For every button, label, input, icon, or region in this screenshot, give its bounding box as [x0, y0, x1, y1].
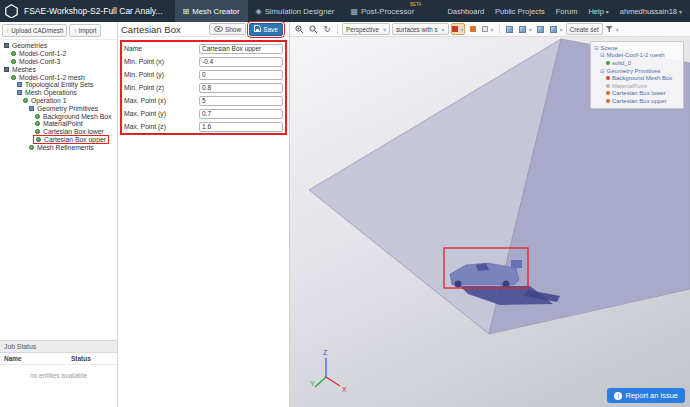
chevron-down-icon: ▾: [606, 9, 609, 15]
show-button[interactable]: Show: [209, 23, 246, 35]
tree-item-meshes[interactable]: Meshes: [0, 65, 117, 73]
tree-label: Cartesian Box upper: [44, 136, 106, 143]
geometry-icon: [4, 43, 9, 48]
collapse-icon[interactable]: ⊟: [600, 52, 605, 58]
projection-dropdown[interactable]: Perspective▾: [342, 23, 390, 35]
tree-item-materialpoint[interactable]: MaterialPoint: [0, 120, 117, 128]
tree-label: Geometries: [12, 42, 47, 49]
operations-icon: [17, 90, 22, 95]
scene-item-scene[interactable]: ⊟Scene: [593, 44, 681, 52]
chevron-down-icon: ▾: [491, 26, 494, 33]
3d-scene[interactable]: ⊟Scene ⊟Model-Conf-1-2 mesh solid_0 ⊟Geo…: [290, 37, 690, 407]
help-menu[interactable]: Help▾: [588, 7, 608, 16]
create-set-button[interactable]: Create set: [566, 23, 603, 35]
zoom-in-icon[interactable]: [293, 23, 305, 35]
tab-post-processor[interactable]: ▦ Post-Processor BETA: [342, 0, 422, 22]
tree-item-geometry-primitives[interactable]: Geometry Primitives: [0, 104, 117, 112]
form-row: Min. Point (y): [122, 68, 285, 81]
panel-title: Cartesian Box: [121, 24, 206, 35]
settings-panel: Cartesian Box Show Save Name Min. Point …: [118, 22, 290, 407]
dashboard-link[interactable]: Dashboard: [447, 7, 484, 16]
zoom-fit-icon[interactable]: [307, 23, 319, 35]
sphere-icon: [35, 129, 40, 134]
field-label: Max. Point (x): [124, 97, 199, 104]
refresh-icon[interactable]: ↻: [321, 23, 333, 35]
app-root: FSAE-Workshop-S2-Full Car Analy... ⊞ Mes…: [0, 0, 690, 407]
sphere-icon: [11, 59, 16, 64]
simulation-icon: ◈: [256, 7, 262, 16]
project-title: FSAE-Workshop-S2-Full Car Analy...: [24, 6, 163, 16]
scene-item-mesh[interactable]: ⊟Model-Conf-1-2 mesh: [593, 52, 681, 60]
axis-triad: Z Y X: [310, 347, 352, 395]
sphere-icon: [606, 61, 610, 65]
tab-label: Mesh Creator: [192, 7, 239, 16]
field-label: Max. Point (z): [124, 123, 199, 130]
sphere-icon: [36, 137, 41, 142]
max-point-y-field[interactable]: [199, 109, 283, 119]
tree-item-model-conf-1-2[interactable]: Model-Conf-1-2: [0, 50, 117, 58]
report-issue-button[interactable]: ! Report an issue: [607, 388, 685, 403]
field-label: Min. Point (z): [124, 84, 199, 91]
collapse-icon[interactable]: ⊟: [600, 68, 605, 74]
view-cube-side-icon[interactable]: [535, 23, 547, 35]
scene-item-materialpoint[interactable]: MaterialPoint: [593, 82, 681, 90]
min-point-x-field[interactable]: [199, 57, 283, 67]
surface-color-icon[interactable]: [467, 23, 479, 35]
tab-simulation-designer[interactable]: ◈ Simulation Designer: [248, 0, 343, 22]
view-cube-front-icon[interactable]: [504, 23, 516, 35]
background-color-icon[interactable]: ▾: [481, 23, 495, 35]
view-cube-top-icon[interactable]: ▾: [518, 23, 533, 35]
scene-item-background-mesh-box[interactable]: Background Mesh Box: [593, 74, 681, 82]
form-row: Max. Point (z): [122, 120, 285, 133]
chevron-down-icon: ▾: [560, 26, 563, 33]
tree-item-geometries[interactable]: Geometries: [0, 42, 117, 50]
tab-label: Post-Processor: [361, 7, 414, 16]
divider: [499, 24, 500, 34]
scene-item-solid-0[interactable]: solid_0: [593, 59, 681, 67]
tree-item-mesh-operations[interactable]: Mesh Operations: [0, 89, 117, 97]
collapse-icon[interactable]: ⊟: [594, 45, 599, 51]
tree-item-background-mesh-box[interactable]: Background Mesh Box: [0, 112, 117, 120]
form-row: Name: [122, 42, 285, 55]
x-axis-label: X: [342, 386, 347, 393]
max-point-x-field[interactable]: [199, 96, 283, 106]
highlight-color-icon[interactable]: ▾: [451, 23, 465, 35]
min-point-y-field[interactable]: [199, 70, 283, 80]
save-button[interactable]: Save: [249, 23, 283, 36]
tree-label: Geometry Primitives: [37, 105, 98, 112]
tree-item-operation-1[interactable]: Operation 1: [0, 97, 117, 105]
max-point-z-field[interactable]: [199, 122, 283, 132]
scene-item-cartesian-box-lower[interactable]: Cartesian Box lower: [593, 90, 681, 98]
scene-item-geometry-primitives[interactable]: ⊟Geometry Primitives: [593, 67, 681, 75]
import-button[interactable]: ↑ Import: [69, 24, 100, 37]
sphere-icon: [35, 114, 40, 119]
tree-item-model-conf-3[interactable]: Model-Conf-3: [0, 58, 117, 66]
job-status-empty: no entities available: [0, 365, 117, 379]
project-tree-sidebar: ↑ Upload CAD/mesh ↑ Import Geometries Mo…: [0, 22, 118, 407]
panel-header: Cartesian Box Show Save: [118, 22, 289, 37]
tree-item-mesh-refinements[interactable]: Mesh Refinements: [0, 143, 117, 151]
tree-item-cartesian-box-upper[interactable]: Cartesian Box upper: [0, 136, 117, 144]
sphere-icon: [11, 51, 16, 56]
beta-badge: BETA: [410, 2, 421, 7]
tab-label: Simulation Designer: [265, 7, 335, 16]
scene-item-cartesian-box-upper[interactable]: Cartesian Box upper: [593, 97, 681, 105]
tab-mesh-creator[interactable]: ⊞ Mesh Creator: [175, 0, 248, 22]
floppy-icon: [254, 25, 261, 33]
simscale-logo-icon[interactable]: [0, 4, 24, 18]
view-cube-iso-icon[interactable]: ▾: [549, 23, 564, 35]
grid-icon: ⊞: [183, 7, 190, 16]
forum-link[interactable]: Forum: [556, 7, 578, 16]
upload-cad-mesh-button[interactable]: ↑ Upload CAD/mesh: [2, 24, 67, 37]
render-mode-dropdown[interactable]: surfaces with s▾: [392, 23, 449, 35]
min-point-z-field[interactable]: [199, 83, 283, 93]
user-menu[interactable]: ahmedhussain18▾: [620, 7, 682, 16]
tree-item-model-conf-1-2-mesh[interactable]: Model-Conf-1-2 mesh: [0, 73, 117, 81]
alert-icon: !: [614, 392, 622, 400]
tree-item-topological-entity-sets[interactable]: Topological Entity Sets: [0, 81, 117, 89]
filter-icon[interactable]: ▾: [605, 23, 620, 35]
divider: [337, 24, 338, 34]
chevron-down-icon: ▾: [529, 26, 532, 33]
public-projects-link[interactable]: Public Projects: [495, 7, 545, 16]
name-field[interactable]: [199, 44, 283, 54]
